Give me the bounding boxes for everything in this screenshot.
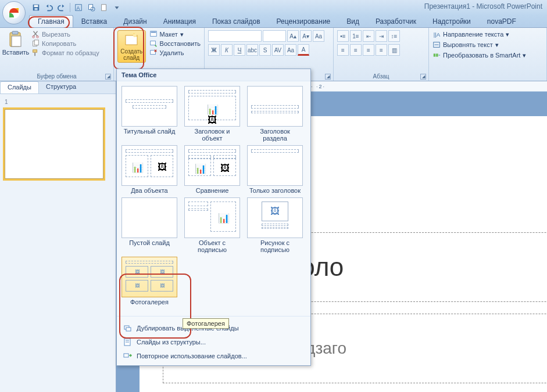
pane-tab-outline[interactable]: Структура [39, 81, 83, 93]
reset-button[interactable]: Восстановить [149, 39, 201, 48]
cut-button[interactable]: Вырезать [31, 30, 99, 38]
window-title: Презентация1 - Microsoft PowerPoint [424, 2, 542, 10]
layout-title-slide[interactable]: Титульный слайд [121, 86, 177, 142]
tab-view[interactable]: Вид [338, 16, 367, 27]
layout-blank[interactable]: Пустой слайд [121, 197, 177, 253]
new-slide-button[interactable]: Создать слайд [117, 30, 146, 63]
undo-icon[interactable] [44, 3, 53, 12]
layout-picture-caption[interactable]: 🖼 Рисунок с подписью [247, 197, 303, 253]
quick-access-toolbar: A [31, 3, 121, 12]
svg-text:A: A [77, 5, 80, 11]
redo-icon[interactable] [57, 3, 66, 12]
office-button[interactable] [2, 1, 26, 24]
pane-tab-slides[interactable]: Слайды [0, 81, 39, 93]
tab-design[interactable]: Дизайн [115, 16, 155, 27]
convert-smartart-button[interactable]: Преобразовать в SmartArt ▾ [432, 51, 543, 59]
group-paragraph: •≡ 1≡ ⇤ ⇥ ↕≡ ≡ ≡ ≡ ≡ ▥ Абзац◢ [334, 28, 429, 81]
font-size-input[interactable] [263, 30, 286, 42]
italic-button[interactable]: К [221, 44, 233, 56]
bold-button[interactable]: Ж [208, 44, 220, 56]
group-label-clipboard: Буфер обмена◢ [3, 72, 110, 80]
shadow-button[interactable]: S [259, 44, 271, 56]
svg-rect-29 [126, 328, 131, 331]
save-icon[interactable] [31, 3, 41, 12]
svg-rect-16 [33, 50, 37, 52]
svg-rect-15 [34, 40, 38, 45]
layout-content-caption[interactable]: 📊 Объект с подписью [184, 197, 240, 253]
layout-button[interactable]: Макет ▾ [149, 30, 201, 38]
svg-text:||A: ||A [434, 31, 441, 38]
format-painter-button[interactable]: Формат по образцу [31, 49, 99, 57]
thumb-number: 1 [5, 99, 10, 105]
paste-button[interactable]: Вставить [3, 30, 28, 57]
clear-format-button[interactable]: Aa [313, 30, 324, 42]
underline-button[interactable]: Ч [234, 44, 245, 56]
qat-separator [70, 3, 70, 12]
group-textdir: ||AНаправление текста ▾ Выровнять текст … [429, 28, 547, 81]
clipboard-dialog-launcher[interactable]: ◢ [105, 74, 111, 80]
group-label-textdir [432, 78, 543, 80]
svg-rect-33 [124, 354, 128, 357]
slides-pane: Слайды Структура 1 [0, 81, 116, 392]
svg-rect-10 [12, 31, 18, 34]
paste-label: Вставить [2, 49, 30, 56]
tab-review[interactable]: Рецензирование [269, 16, 339, 27]
numbering-button[interactable]: 1≡ [350, 30, 362, 42]
svg-rect-21 [150, 41, 155, 45]
group-clipboard: Вставить Вырезать Копировать Формат по о… [0, 28, 114, 81]
char-spacing-button[interactable]: AV [272, 44, 284, 56]
justify-button[interactable]: ≡ [376, 44, 387, 56]
line-spacing-button[interactable]: ↕≡ [388, 30, 400, 42]
bullets-button[interactable]: •≡ [337, 30, 349, 42]
text-direction-button[interactable]: ||AНаправление текста ▾ [432, 30, 543, 38]
layout-comparison[interactable]: 📊🖼 Сравнение [184, 145, 240, 194]
tab-insert[interactable]: Вставка [73, 16, 116, 27]
align-text-button[interactable]: Выровнять текст ▾ [432, 41, 543, 49]
svg-rect-11 [12, 36, 21, 46]
layout-two-content[interactable]: 📊🖼 Два объекта [121, 145, 177, 194]
svg-rect-8 [102, 5, 106, 11]
align-center-button[interactable]: ≡ [350, 44, 362, 56]
svg-point-18 [133, 34, 137, 37]
qat-customize-icon[interactable] [112, 3, 121, 12]
font-dialog-launcher[interactable]: ◢ [325, 74, 331, 80]
title-bar: A Презентация1 - Microsoft PowerPoint [0, 0, 547, 15]
font-name-input[interactable] [208, 30, 262, 42]
svg-rect-27 [436, 53, 438, 56]
layout-photo-gallery[interactable]: 🖼🖼🖼🖼 Фотогалерея [121, 257, 177, 305]
decrease-font-button[interactable]: A▾ [300, 30, 312, 42]
delete-button[interactable]: Удалить [149, 49, 201, 57]
copy-button[interactable]: Копировать [31, 39, 99, 48]
tab-novapdf[interactable]: novaPDF [479, 16, 524, 27]
qat-new-icon[interactable] [99, 3, 109, 12]
tab-addins[interactable]: Надстройки [424, 16, 479, 27]
para-dialog-launcher[interactable]: ◢ [420, 74, 426, 80]
group-label-paragraph: Абзац◢ [337, 72, 425, 80]
gallery-header: Тема Office [117, 69, 310, 81]
menu-slides-from-outline[interactable]: Слайды из структуры... [117, 335, 310, 349]
svg-rect-20 [151, 32, 156, 33]
svg-rect-2 [34, 5, 38, 8]
indent-inc-button[interactable]: ⇥ [376, 30, 387, 42]
tab-developer[interactable]: Разработчик [367, 16, 424, 27]
font-color-button[interactable]: A [298, 44, 309, 56]
qat-textbox-icon[interactable]: A [74, 3, 83, 12]
layout-section-header[interactable]: Заголовок раздела [247, 86, 303, 142]
tooltip-photo-gallery: Фотогалерея [183, 318, 229, 329]
qat-print-preview-icon[interactable] [87, 3, 96, 12]
tab-animation[interactable]: Анимация [155, 16, 204, 27]
align-left-button[interactable]: ≡ [337, 44, 349, 56]
tab-slideshow[interactable]: Показ слайдов [204, 16, 269, 27]
strike-button[interactable]: abc [246, 44, 258, 56]
svg-rect-26 [434, 53, 436, 56]
tab-home[interactable]: Главная [29, 15, 73, 27]
increase-font-button[interactable]: A▴ [287, 30, 299, 42]
indent-dec-button[interactable]: ⇤ [363, 30, 374, 42]
slide-thumbnail-1[interactable] [5, 109, 103, 179]
change-case-button[interactable]: Aa [285, 44, 296, 56]
layout-title-only[interactable]: Только заголовок [247, 145, 303, 194]
align-right-button[interactable]: ≡ [363, 44, 374, 56]
columns-button[interactable]: ▥ [388, 44, 400, 56]
layout-title-content[interactable]: 📊🖼 Заголовок и объект [184, 86, 240, 142]
menu-reuse-slides[interactable]: Повторное использование слайдов... [117, 349, 310, 363]
